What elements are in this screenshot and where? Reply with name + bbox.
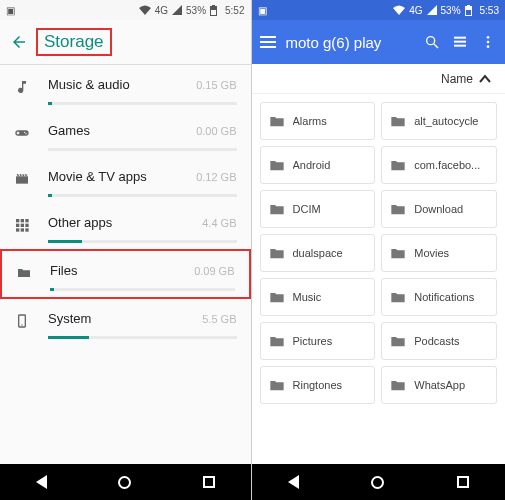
- storage-row-system[interactable]: System5.5 GB: [0, 299, 251, 345]
- folder-ringtones[interactable]: Ringtones: [260, 366, 376, 404]
- storage-row-movie-tv-apps[interactable]: Movie & TV apps0.12 GB: [0, 157, 251, 203]
- svg-point-7: [25, 133, 26, 134]
- folder-label: Pictures: [293, 335, 333, 347]
- battery-percent: 53%: [186, 5, 206, 16]
- usage-bar: [48, 194, 237, 197]
- nav-recent-icon[interactable]: [457, 476, 469, 488]
- svg-rect-5: [17, 132, 20, 133]
- folder-alt-autocycle[interactable]: alt_autocycle: [381, 102, 497, 140]
- folder-label: Download: [414, 203, 463, 215]
- nav-home-icon[interactable]: [118, 476, 131, 489]
- folder-label: Android: [293, 159, 331, 171]
- svg-point-29: [487, 36, 490, 39]
- storage-row-other-apps[interactable]: Other apps4.4 GB: [0, 203, 251, 249]
- storage-category-label: Music & audio: [48, 77, 130, 92]
- battery-percent: 53%: [441, 5, 461, 16]
- navigation-bar: [0, 464, 251, 500]
- svg-rect-2: [211, 10, 216, 15]
- folder-com-facebo-[interactable]: com.facebo...: [381, 146, 497, 184]
- storage-row-games[interactable]: Games0.00 GB: [0, 111, 251, 157]
- page-title-highlight: Storage: [36, 28, 112, 56]
- movie-icon: [14, 171, 34, 187]
- menu-icon[interactable]: [260, 36, 276, 48]
- usage-bar: [48, 240, 237, 243]
- battery-icon: [210, 5, 217, 16]
- nav-back-icon[interactable]: [288, 475, 299, 489]
- folder-icon: [390, 378, 406, 392]
- usage-bar: [50, 288, 235, 291]
- svg-point-24: [427, 37, 435, 45]
- folder-dcim[interactable]: DCIM: [260, 190, 376, 228]
- svg-point-20: [21, 324, 22, 325]
- sort-control[interactable]: Name: [252, 64, 506, 94]
- signal-icon: [427, 5, 437, 15]
- camera-indicator-icon: ▣: [258, 5, 267, 16]
- folder-label: WhatsApp: [414, 379, 465, 391]
- nav-back-icon[interactable]: [36, 475, 47, 489]
- folder-icon: [390, 158, 406, 172]
- folder-label: Music: [293, 291, 322, 303]
- app-title: moto g(6) play: [286, 34, 414, 51]
- folder-label: Movies: [414, 247, 449, 259]
- nav-recent-icon[interactable]: [203, 476, 215, 488]
- usage-bar: [48, 336, 237, 339]
- svg-rect-17: [21, 228, 24, 231]
- search-icon[interactable]: [423, 33, 441, 51]
- folder-icon: [269, 290, 285, 304]
- folder-alarms[interactable]: Alarms: [260, 102, 376, 140]
- svg-rect-10: [16, 219, 19, 222]
- folder-icon: [390, 202, 406, 216]
- folder-label: Ringtones: [293, 379, 343, 391]
- folder-android[interactable]: Android: [260, 146, 376, 184]
- folder-label: com.facebo...: [414, 159, 480, 171]
- folder-icon: [269, 202, 285, 216]
- camera-indicator-icon: ▣: [6, 5, 15, 16]
- folder-whatsapp[interactable]: WhatsApp: [381, 366, 497, 404]
- back-icon[interactable]: [10, 33, 28, 51]
- gamepad-icon: [14, 125, 34, 141]
- nav-home-icon[interactable]: [371, 476, 384, 489]
- folder-label: alt_autocycle: [414, 115, 478, 127]
- lte-icon: 4G: [155, 5, 168, 16]
- usage-bar: [48, 102, 237, 105]
- svg-rect-16: [16, 228, 19, 231]
- svg-rect-26: [454, 37, 466, 39]
- system-icon: [14, 313, 34, 329]
- folder-label: Notifications: [414, 291, 474, 303]
- folder-music[interactable]: Music: [260, 278, 376, 316]
- svg-rect-14: [21, 224, 24, 227]
- storage-size-value: 0.09 GB: [194, 265, 234, 277]
- wifi-icon: [139, 5, 151, 15]
- svg-point-6: [24, 132, 25, 133]
- folder-download[interactable]: Download: [381, 190, 497, 228]
- folder-dualspace[interactable]: dualspace: [260, 234, 376, 272]
- list-view-icon[interactable]: [451, 33, 469, 51]
- folder-movies[interactable]: Movies: [381, 234, 497, 272]
- folder-icon: [16, 265, 36, 281]
- app-bar: Storage: [0, 20, 251, 64]
- folder-notifications[interactable]: Notifications: [381, 278, 497, 316]
- folder-label: Alarms: [293, 115, 327, 127]
- folder-pictures[interactable]: Pictures: [260, 322, 376, 360]
- svg-rect-12: [25, 219, 28, 222]
- status-bar: ▣ 4G 53% 5:52: [0, 0, 251, 20]
- battery-icon: [465, 5, 472, 16]
- svg-rect-18: [25, 228, 28, 231]
- storage-row-files[interactable]: Files0.09 GB: [0, 249, 251, 299]
- svg-rect-11: [21, 219, 24, 222]
- lte-icon: 4G: [409, 5, 422, 16]
- storage-size-value: 0.12 GB: [196, 171, 236, 183]
- folder-icon: [269, 378, 285, 392]
- storage-row-music-audio[interactable]: Music & audio0.15 GB: [0, 65, 251, 111]
- folder-grid: Alarmsalt_autocycleAndroidcom.facebo...D…: [252, 94, 506, 412]
- app-bar: moto g(6) play: [252, 20, 506, 64]
- svg-rect-1: [212, 5, 215, 6]
- folder-podcasts[interactable]: Podcasts: [381, 322, 497, 360]
- sort-label: Name: [441, 72, 473, 86]
- svg-line-25: [434, 44, 438, 48]
- wifi-icon: [393, 5, 405, 15]
- files-app-screen: ▣ 4G 53% 5:53 moto g(6) play: [252, 0, 506, 500]
- storage-size-value: 5.5 GB: [202, 313, 236, 325]
- folder-icon: [269, 158, 285, 172]
- more-icon[interactable]: [479, 33, 497, 51]
